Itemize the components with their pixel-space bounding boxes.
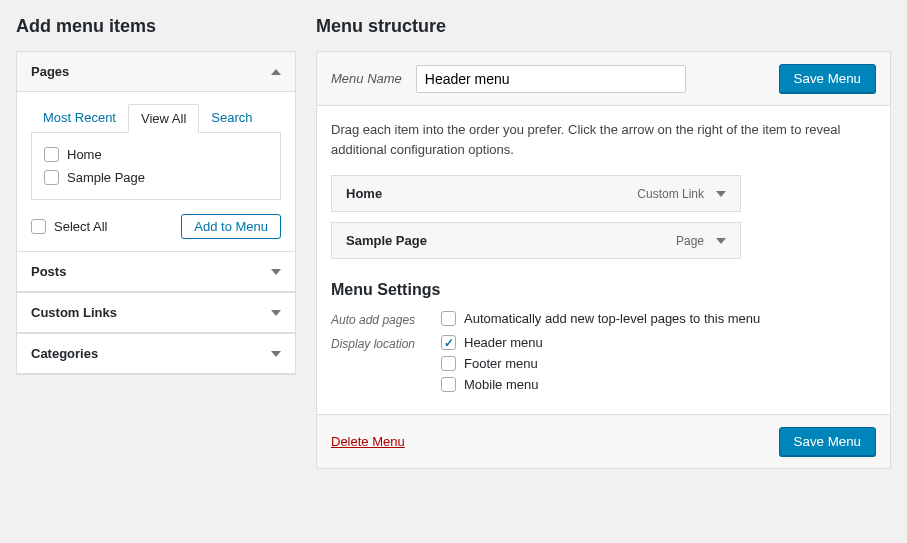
auto-add-text: Automatically add new top-level pages to…	[464, 311, 760, 326]
page-label: Sample Page	[67, 170, 145, 185]
accordion-pages-title: Pages	[31, 64, 69, 79]
panel-body: Drag each item into the order you prefer…	[317, 106, 890, 414]
location-label: Header menu	[464, 335, 543, 350]
add-to-menu-button[interactable]: Add to Menu	[181, 214, 281, 239]
accordion-custom-links-title: Custom Links	[31, 305, 117, 320]
auto-add-label: Auto add pages	[331, 311, 441, 327]
accordion-container: Pages Most Recent View All Search Home	[16, 51, 296, 375]
delete-menu-link[interactable]: Delete Menu	[331, 434, 405, 449]
menu-item-title: Sample Page	[346, 233, 427, 248]
accordion-posts-header[interactable]: Posts	[17, 252, 295, 292]
auto-add-option: Automatically add new top-level pages to…	[441, 311, 760, 326]
menu-name-label: Menu Name	[331, 71, 402, 86]
menu-structure-heading: Menu structure	[316, 16, 891, 37]
pages-actions: Select All Add to Menu	[31, 214, 281, 239]
chevron-down-icon	[271, 269, 281, 275]
select-all-wrapper: Select All	[31, 219, 107, 234]
menu-panel: Menu Name Save Menu Drag each item into …	[316, 51, 891, 469]
accordion-categories: Categories	[17, 334, 295, 374]
accordion-pages-body: Most Recent View All Search Home Sample …	[17, 92, 295, 251]
menu-item-title: Home	[346, 186, 382, 201]
tab-view-all[interactable]: View All	[128, 104, 199, 133]
save-menu-button-top[interactable]: Save Menu	[779, 64, 876, 93]
chevron-down-icon[interactable]	[716, 238, 726, 244]
location-label: Mobile menu	[464, 377, 538, 392]
chevron-down-icon	[271, 310, 281, 316]
display-location-row: Display location Header menu Footer menu	[331, 335, 876, 392]
auto-add-row: Auto add pages Automatically add new top…	[331, 311, 876, 327]
menu-item-type: Page	[676, 234, 704, 248]
location-footer: Footer menu	[441, 356, 543, 371]
chevron-down-icon	[271, 351, 281, 357]
tab-search[interactable]: Search	[199, 104, 264, 133]
accordion-custom-links-header[interactable]: Custom Links	[17, 293, 295, 333]
checkbox-home[interactable]	[44, 147, 59, 162]
checkbox-header-menu[interactable]	[441, 335, 456, 350]
panel-header: Menu Name Save Menu	[317, 52, 890, 106]
add-items-heading: Add menu items	[16, 16, 296, 37]
menu-item-type: Custom Link	[637, 187, 704, 201]
page-label: Home	[67, 147, 102, 162]
menu-settings-heading: Menu Settings	[331, 281, 876, 299]
checkbox-sample-page[interactable]	[44, 170, 59, 185]
location-header: Header menu	[441, 335, 543, 350]
menu-item-meta: Custom Link	[637, 187, 726, 201]
checkbox-mobile-menu[interactable]	[441, 377, 456, 392]
location-mobile: Mobile menu	[441, 377, 543, 392]
accordion-categories-header[interactable]: Categories	[17, 334, 295, 374]
select-all-label: Select All	[54, 219, 107, 234]
location-label: Footer menu	[464, 356, 538, 371]
accordion-categories-title: Categories	[31, 346, 98, 361]
accordion-custom-links: Custom Links	[17, 293, 295, 334]
menu-item-sample-page[interactable]: Sample Page Page	[331, 222, 741, 259]
menu-item-home[interactable]: Home Custom Link	[331, 175, 741, 212]
checkbox-footer-menu[interactable]	[441, 356, 456, 371]
pages-tabs: Most Recent View All Search	[31, 104, 281, 133]
drag-hint: Drag each item into the order you prefer…	[331, 120, 876, 159]
tab-most-recent[interactable]: Most Recent	[31, 104, 128, 133]
save-menu-button-bottom[interactable]: Save Menu	[779, 427, 876, 456]
panel-footer: Delete Menu Save Menu	[317, 414, 890, 468]
display-location-label: Display location	[331, 335, 441, 351]
chevron-up-icon	[271, 69, 281, 75]
list-item: Home	[44, 143, 268, 166]
chevron-down-icon[interactable]	[716, 191, 726, 197]
list-item: Sample Page	[44, 166, 268, 189]
pages-list: Home Sample Page	[31, 132, 281, 200]
accordion-pages-header[interactable]: Pages	[17, 52, 295, 92]
menu-item-meta: Page	[676, 234, 726, 248]
accordion-pages: Pages Most Recent View All Search Home	[17, 52, 295, 252]
checkbox-auto-add[interactable]	[441, 311, 456, 326]
menu-name-input[interactable]	[416, 65, 686, 93]
checkbox-select-all[interactable]	[31, 219, 46, 234]
accordion-posts: Posts	[17, 252, 295, 293]
accordion-posts-title: Posts	[31, 264, 66, 279]
